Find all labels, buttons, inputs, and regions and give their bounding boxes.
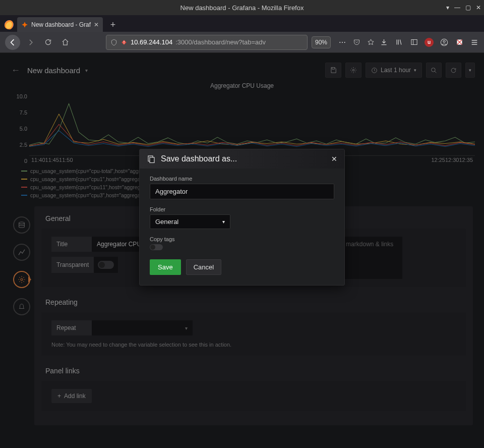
library-icon[interactable] <box>394 38 403 47</box>
nav-forward-button[interactable] <box>24 36 37 49</box>
sidetab-queries[interactable] <box>13 216 30 234</box>
transparent-label: Transparent <box>51 257 94 273</box>
svg-point-6 <box>443 40 445 42</box>
section-repeating-title: Repeating <box>34 287 473 312</box>
y-tick: 7.5 <box>9 109 27 116</box>
svg-point-12 <box>21 278 23 281</box>
grafana-topbar: ← New dashboard ▾ Last 1 hour ▾ ▾ <box>9 60 475 80</box>
firefox-icon <box>3 19 15 31</box>
copy-icon <box>147 154 156 163</box>
zoom-out-button[interactable] <box>426 63 442 78</box>
copytags-label: Copy tags <box>150 236 334 242</box>
repeat-select[interactable]: ▾ <box>92 320 193 335</box>
refresh-button[interactable] <box>446 63 461 78</box>
y-axis: 10.0 7.5 5.0 2.5 0 <box>9 93 29 164</box>
y-tick: 0 <box>9 158 27 164</box>
sidetab-alert[interactable] <box>13 298 30 315</box>
svg-point-8 <box>352 69 354 71</box>
x-tick: 12:30 <box>445 157 459 164</box>
plot-area <box>29 93 475 156</box>
browser-toolbar: 10.69.244.104:3000/dashboard/new?tab=adv… <box>0 32 484 53</box>
browser-tab[interactable]: New dashboard - Graf ✕ <box>17 17 103 32</box>
x-tick: 11:45 <box>45 157 59 164</box>
modal-title: Save dashboard as... <box>161 154 237 163</box>
dashboard-name-label: Dashboard name <box>150 176 334 182</box>
y-tick: 2.5 <box>9 142 27 148</box>
editor-sidetabs <box>9 206 34 315</box>
url-path: :3000/dashboard/new?tab=adv <box>175 38 266 46</box>
grafana-favicon <box>21 21 28 28</box>
back-arrow-icon[interactable]: ← <box>9 65 22 76</box>
browser-tab-label: New dashboard - Graf <box>31 21 91 28</box>
new-tab-button[interactable]: + <box>106 18 120 32</box>
add-link-button[interactable]: + Add link <box>51 389 92 403</box>
reader-pocket-icon[interactable] <box>352 38 361 47</box>
y-tick: 5.0 <box>9 126 27 132</box>
window-dropdown-icon[interactable]: ▾ <box>446 4 449 11</box>
downloads-icon[interactable] <box>379 38 388 47</box>
dashboard-name-input[interactable] <box>150 184 334 199</box>
save-button[interactable]: Save <box>150 259 181 275</box>
tab-close-icon[interactable]: ✕ <box>94 21 99 28</box>
section-panellinks-title: Panel links <box>34 356 473 381</box>
copytags-toggle[interactable] <box>150 244 163 250</box>
title-label: Title <box>51 237 92 252</box>
panel-title: Aggregator CPU Usage <box>9 82 475 89</box>
x-tick: 12:25 <box>431 157 445 164</box>
bookmark-star-icon[interactable] <box>366 38 375 47</box>
nav-back-button[interactable] <box>5 35 20 50</box>
hamburger-menu-icon[interactable] <box>470 38 479 47</box>
svg-rect-1 <box>124 41 124 43</box>
transparent-toggle[interactable] <box>98 261 114 269</box>
ublock-icon[interactable]: u <box>425 38 434 47</box>
nav-reload-button[interactable] <box>41 36 54 49</box>
repeat-note: Note: You may need to change the variabl… <box>51 335 456 348</box>
window-minimize-icon[interactable]: — <box>454 4 460 11</box>
svg-point-10 <box>432 68 436 72</box>
x-tick: 12:35 <box>459 157 473 164</box>
breadcrumb[interactable]: New dashboard <box>27 66 80 75</box>
page-actions-icon[interactable]: ⋯ <box>338 38 347 47</box>
extension-icon[interactable] <box>455 38 464 47</box>
add-link-label: Add link <box>64 393 86 400</box>
y-tick: 10.0 <box>9 93 27 99</box>
sidebar-icon[interactable] <box>409 38 418 47</box>
x-tick: 11:40 <box>31 157 45 164</box>
folder-value: General <box>155 218 178 226</box>
svg-rect-2 <box>124 43 124 43</box>
folder-select[interactable]: General ▾ <box>150 214 230 229</box>
sidetab-general[interactable] <box>13 271 30 288</box>
svg-point-11 <box>19 222 25 224</box>
zoom-indicator[interactable]: 90% <box>312 36 331 48</box>
window-title: New dashboard - Grafana - Mozilla Firefo… <box>180 4 304 12</box>
breadcrumb-caret-icon[interactable]: ▾ <box>85 68 88 73</box>
modal-close-icon[interactable]: ✕ <box>331 155 337 163</box>
caret-down-icon: ▾ <box>414 68 416 73</box>
account-icon[interactable] <box>440 38 449 47</box>
svg-rect-3 <box>411 40 416 45</box>
save-dashboard-button[interactable] <box>325 63 341 78</box>
url-host: 10.69.244.104 <box>131 38 172 46</box>
repeat-label: Repeat <box>51 320 92 335</box>
dashboard-settings-button[interactable] <box>345 63 361 78</box>
cancel-button[interactable]: Cancel <box>186 259 221 275</box>
browser-tabbar: New dashboard - Graf ✕ + <box>0 15 484 32</box>
grafana-app: ← New dashboard ▾ Last 1 hour ▾ ▾ Aggreg… <box>0 53 484 448</box>
nav-home-button[interactable] <box>58 36 72 49</box>
window-maximize-icon[interactable]: ▢ <box>465 4 471 11</box>
sidetab-visualization[interactable] <box>13 244 30 261</box>
time-range-picker[interactable]: Last 1 hour ▾ <box>366 63 422 78</box>
window-close-icon[interactable]: ✕ <box>476 4 481 11</box>
time-range-label: Last 1 hour <box>381 67 411 74</box>
plus-icon: + <box>57 393 61 400</box>
caret-down-icon: ▾ <box>222 219 225 225</box>
url-bar[interactable]: 10.69.244.104:3000/dashboard/new?tab=adv <box>106 35 308 50</box>
folder-label: Folder <box>150 206 334 212</box>
site-info-icon <box>120 39 128 46</box>
svg-rect-14 <box>150 157 154 163</box>
save-dashboard-modal: Save dashboard as... ✕ Dashboard name Fo… <box>139 149 345 286</box>
window-titlebar: New dashboard - Grafana - Mozilla Firefo… <box>0 0 484 15</box>
shield-icon <box>110 39 117 46</box>
refresh-interval-button[interactable]: ▾ <box>465 63 475 78</box>
x-tick: 11:50 <box>59 157 73 164</box>
